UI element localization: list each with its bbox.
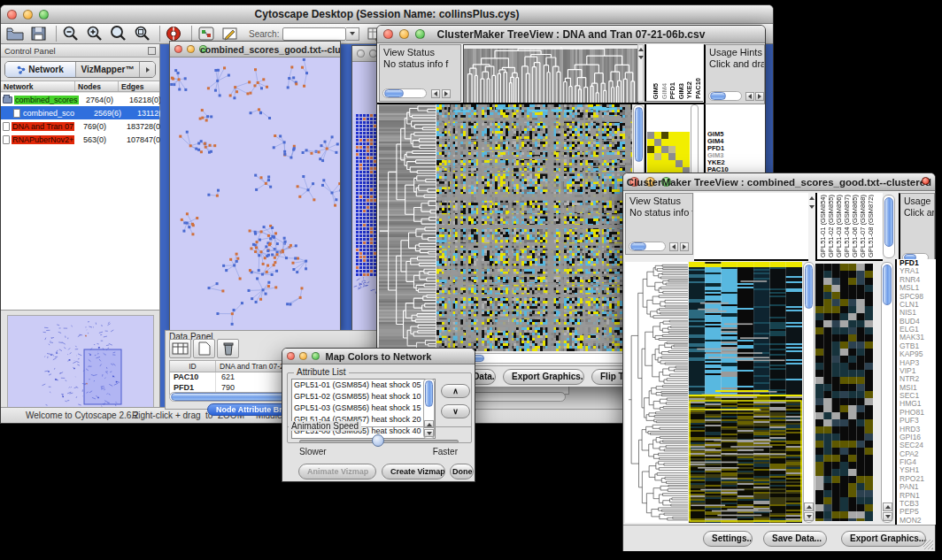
column-mini-scrollbar[interactable] [637, 44, 644, 102]
tv1-column-label[interactable]: PFD1 [668, 82, 676, 99]
scrollbar-thumb[interactable] [425, 380, 433, 407]
tv2-column-label[interactable]: GPL51-06 (GSM865) [851, 195, 859, 257]
summary-heatmap-cell[interactable] [683, 132, 690, 139]
summary-heatmap-cell[interactable] [676, 146, 683, 153]
export-graphics-button[interactable]: Export Graphics... [841, 531, 926, 547]
summary-heatmap-cell[interactable] [654, 153, 661, 160]
tv2-column-label[interactable]: GPL51-07 (GSM868) [859, 195, 867, 257]
tab-overflow-icon[interactable] [140, 62, 155, 77]
scrollbar-thumb[interactable] [883, 265, 892, 305]
tv1-column-label[interactable]: YKE2 [685, 81, 693, 99]
scrollbar-thumb[interactable] [884, 197, 893, 247]
usage-hscrollbar[interactable] [708, 91, 742, 101]
column-header-nodes[interactable]: Nodes [75, 81, 119, 91]
scroll-right-icon[interactable] [442, 89, 451, 98]
tv1-column-label[interactable]: GIM4 [660, 83, 668, 99]
move-down-button[interactable]: ∨ [441, 404, 470, 418]
column-dendrogram-area[interactable] [694, 193, 808, 261]
attribute-table-icon[interactable] [169, 339, 191, 358]
vizmap-icon[interactable] [197, 25, 216, 42]
save-icon[interactable] [29, 25, 49, 42]
scroll-left-icon[interactable] [669, 242, 678, 251]
tab-vizmapper[interactable]: VizMapper™ [76, 62, 140, 77]
export-graphics-button[interactable]: Export Graphics... [503, 369, 584, 385]
scrollbar-thumb[interactable] [710, 92, 726, 100]
summary-heatmap-cell[interactable] [654, 139, 661, 146]
attribute-list-item[interactable]: GPL51-01 (GSM854) heat shock 05 min [292, 380, 435, 391]
scrollbar-thumb[interactable] [630, 242, 646, 250]
treeview1-titlebar[interactable]: ClusterMaker TreeView : DNA and Tran 07-… [377, 26, 765, 43]
attribute-list-item[interactable]: GPL51-03 (GSM856) heat shock 15 min [292, 403, 435, 414]
help-lifering-icon[interactable] [165, 25, 184, 42]
tv1-column-label[interactable]: GIM5 [652, 83, 660, 99]
summary-heatmap-cell[interactable] [661, 139, 668, 146]
zoom-in-icon[interactable] [85, 25, 104, 42]
column-header-edges[interactable]: Edges [119, 81, 159, 91]
summary-heatmap-cell[interactable] [647, 139, 654, 146]
main-heatmap-canvas[interactable] [689, 262, 802, 523]
summary-heatmap-cell[interactable] [654, 132, 661, 139]
treeview2-titlebar[interactable]: ClusterMaker TreeView : combined_scores_… [623, 173, 935, 191]
zoom-selected-icon[interactable] [133, 25, 152, 42]
summary-heatmap-cell[interactable] [668, 132, 676, 139]
tab-network[interactable]: Network [5, 62, 76, 77]
summary-heatmap-cell[interactable] [668, 139, 676, 146]
zoom-out-icon[interactable] [61, 25, 81, 42]
save-data-button[interactable]: Save Data... [763, 531, 827, 547]
tv1-column-label[interactable]: PAC10 [694, 78, 702, 99]
create-vizmap-button[interactable]: Create Vizmap [382, 464, 445, 479]
summary-heatmap-cell[interactable] [683, 146, 690, 153]
scroll-left-icon[interactable] [745, 92, 754, 101]
scroll-up-icon[interactable] [804, 502, 814, 511]
summary-heatmap-cell[interactable] [668, 153, 676, 160]
summary-heatmap-cell[interactable] [661, 153, 668, 160]
dialog-titlebar[interactable]: Map Colors to Network [282, 349, 475, 364]
scroll-right-icon[interactable] [755, 92, 764, 101]
float-panel-icon[interactable] [148, 47, 156, 55]
summary-heatmap-cell[interactable] [647, 160, 654, 167]
speed-slider-thumb[interactable] [372, 434, 384, 447]
zoomed-heatmap-canvas[interactable] [815, 264, 873, 521]
summary-heatmap-cell[interactable] [676, 139, 683, 146]
summary-heatmap-cell[interactable] [676, 132, 683, 139]
column-header-id[interactable]: ID [170, 361, 216, 372]
animate-vizmap-button[interactable]: Animate Vizmap [298, 464, 376, 479]
summary-heatmap-cell[interactable] [661, 132, 668, 139]
search-input[interactable] [282, 27, 346, 41]
main-heatmap-canvas[interactable] [436, 104, 632, 351]
summary-heatmap-cell[interactable] [654, 146, 661, 153]
annotation-icon[interactable] [220, 25, 240, 42]
network-list-row[interactable]: combined_scores2764(0)16218(0) [1, 93, 159, 106]
delete-attribute-icon[interactable] [217, 339, 239, 358]
tv1-column-label[interactable]: GIM3 [677, 83, 685, 99]
summary-heatmap-cell[interactable] [683, 153, 690, 160]
summary-heatmap-cell[interactable] [661, 146, 668, 153]
network-window-1-titlebar[interactable]: combined_scores_good.txt--cluste... [170, 42, 340, 58]
summary-heatmap-cell[interactable] [661, 160, 668, 167]
scrollbar-thumb[interactable] [384, 89, 404, 97]
summary-heatmap-cell[interactable] [647, 132, 654, 139]
scroll-up-icon[interactable] [883, 502, 892, 511]
scrollbar-thumb[interactable] [805, 265, 813, 309]
scroll-down-icon[interactable] [804, 512, 814, 521]
attribute-list-item[interactable]: GPL51-02 (GSM855) heat shock 10 min [292, 391, 435, 403]
summary-heatmap-cell[interactable] [647, 146, 654, 153]
summary-heatmap-cell[interactable] [676, 153, 683, 160]
summary-heatmap-cell[interactable] [668, 160, 676, 167]
column-dendrogram-canvas[interactable] [463, 44, 638, 104]
new-attribute-icon[interactable] [193, 339, 215, 358]
scroll-left-icon[interactable] [431, 89, 440, 98]
network-list-row[interactable]: RNAPuberNov2+563(0)107847(0) [1, 133, 159, 146]
summary-heatmap-cell[interactable] [647, 153, 654, 160]
move-up-button[interactable]: ∧ [441, 384, 470, 398]
view-status-hscrollbar[interactable] [382, 88, 427, 98]
tv2-column-label[interactable]: GPL51-02 (GSM855) [827, 195, 835, 257]
summary-heatmap-cell[interactable] [668, 146, 676, 153]
close-icon[interactable] [357, 50, 365, 58]
scroll-down-icon[interactable] [883, 512, 892, 521]
main-titlebar[interactable]: Cytoscape Desktop (Session Name: collins… [1, 5, 773, 24]
open-file-icon[interactable] [5, 25, 25, 42]
tv2-column-label[interactable]: GPL51-04 (GSM857) [843, 195, 851, 257]
zoom-fit-icon[interactable] [109, 25, 128, 42]
gene-label[interactable]: MON2 [900, 517, 936, 525]
